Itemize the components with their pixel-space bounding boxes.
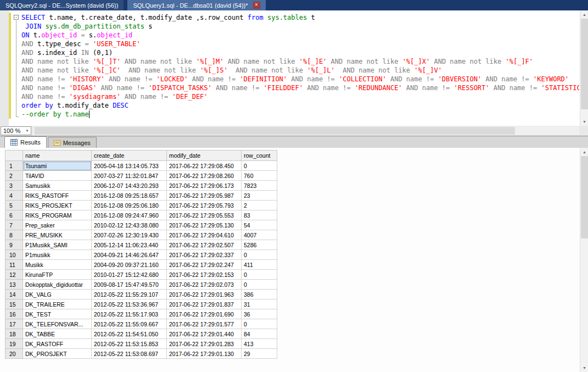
code-line[interactable]: --order by t.name [21, 110, 579, 119]
code-line[interactable]: AND name not like '%[_]C' AND name not l… [21, 66, 579, 75]
row-number-header[interactable] [5, 151, 23, 161]
tab-messages[interactable]: Messages [48, 137, 97, 148]
grid-cell[interactable]: 0 [242, 161, 277, 171]
grid-cell[interactable]: 2012-05-22 11:55:29.107 [92, 290, 167, 299]
grid-cell[interactable]: 36 [242, 309, 277, 319]
tab-sqlquery2[interactable]: SQLQuery2.sql - DE...System (david (56)) [0, 0, 124, 10]
grid-cell[interactable]: 5286 [242, 240, 277, 250]
grid-cell[interactable]: 2005-12-14 11:06:23.440 [92, 240, 167, 250]
code-line[interactable]: AND s.index_id IN (0,1) [21, 48, 579, 57]
grid-cell[interactable]: 760 [242, 171, 277, 181]
row-number[interactable]: 8 [5, 230, 23, 240]
row-number[interactable]: 11 [5, 260, 23, 270]
grid-cell[interactable]: 2017-06-22 17:29:01.963 [167, 290, 242, 299]
row-number[interactable]: 14 [5, 290, 23, 299]
grid-cell[interactable]: 84 [242, 329, 277, 339]
grid-cell[interactable]: 2012-05-22 11:55:17.903 [92, 309, 167, 319]
code-line[interactable]: AND name not like '%[_]T' AND name not l… [21, 57, 579, 66]
scrollbar-thumb[interactable] [581, 19, 588, 109]
grid-cell[interactable]: 23 [242, 191, 277, 201]
code-line[interactable]: AND name != 'DIGAS' AND name != 'DISPATC… [21, 84, 579, 92]
grid-cell[interactable]: P1Musikk_SAMI [23, 240, 92, 250]
row-number[interactable]: 12 [5, 270, 23, 280]
close-icon[interactable]: × [253, 2, 260, 9]
grid-cell[interactable]: 2017-06-22 17:29:01.577 [167, 319, 242, 329]
row-number[interactable]: 13 [5, 280, 23, 290]
grid-cell[interactable]: DK_RASTOFF [23, 339, 92, 349]
grid-cell[interactable]: 2012-05-22 11:55:09.667 [92, 319, 167, 329]
row-number[interactable]: 2 [5, 171, 23, 181]
grid-cell[interactable]: 2017-06-22 17:29:05.987 [167, 191, 242, 201]
tab-results[interactable]: Results [4, 136, 47, 148]
scroll-up-icon[interactable]: ▲ [580, 10, 588, 19]
grid-cell[interactable]: DK_TABBE [23, 329, 92, 339]
grid-cell[interactable]: 386 [242, 290, 277, 299]
grid-cell[interactable]: 0 [242, 280, 277, 290]
column-header[interactable]: name [23, 151, 92, 161]
grid-cell[interactable]: Prep_saker [23, 220, 92, 230]
code-lines[interactable]: SELECT t.name, t.create_date, t.modify_d… [21, 13, 579, 126]
code-line[interactable]: AND t.type_desc = 'USER_TABLE' [21, 40, 579, 48]
grid-cell[interactable]: TilAVID [23, 171, 92, 181]
grid-cell[interactable]: KirunaFTP [23, 270, 92, 280]
grid-cell[interactable]: 2005-04-18 13:14:05.733 [92, 161, 167, 171]
row-number[interactable]: 20 [5, 349, 23, 359]
column-header[interactable]: create_date [92, 151, 167, 161]
grid-cell[interactable]: 2004-09-20 09:37:21.160 [92, 260, 167, 270]
grid-cell[interactable]: 29 [242, 349, 277, 359]
grid-cell[interactable]: 0 [242, 319, 277, 329]
grid-cell[interactable]: DK_VALG [23, 290, 92, 299]
grid-cell[interactable]: Samusikk [23, 181, 92, 191]
row-number[interactable]: 6 [5, 210, 23, 220]
grid-cell[interactable]: 2012-05-22 11:53:36.967 [92, 299, 167, 309]
row-number[interactable]: 18 [5, 329, 23, 339]
scroll-down-icon[interactable]: ▼ [580, 118, 588, 126]
column-header[interactable]: row_count [242, 151, 277, 161]
grid-cell[interactable]: 2007-02-26 12:30:19.430 [92, 230, 167, 240]
tab-sqlquery1[interactable]: SQLQuery1.sql - DE...dbsa01 (david (54))… [127, 0, 265, 10]
grid-cell[interactable]: PRE_MUSIKK [23, 230, 92, 240]
column-header[interactable]: modify_date [167, 151, 242, 161]
grid-cell[interactable]: Musikk [23, 260, 92, 270]
grid-cell[interactable]: 2017-06-22 17:29:01.837 [167, 299, 242, 309]
grid-cell[interactable]: 2017-06-22 17:29:06.173 [167, 181, 242, 191]
results-vertical-scrollbar[interactable]: ▲ ▼ [580, 148, 588, 372]
grid-cell[interactable]: 411 [242, 260, 277, 270]
grid-cell[interactable]: 2012-05-22 11:53:08.697 [92, 349, 167, 359]
grid-cell[interactable]: Tsunami [23, 161, 92, 171]
grid-cell[interactable]: 2017-06-22 17:29:02.337 [167, 250, 242, 260]
code-line[interactable]: SELECT t.name, t.create_date, t.modify_d… [21, 13, 579, 22]
grid-cell[interactable]: 2009-08-17 15:47:49.570 [92, 280, 167, 290]
grid-cell[interactable]: 2017-06-22 17:29:08.450 [167, 161, 242, 171]
grid-cell[interactable]: 31 [242, 299, 277, 309]
grid-cell[interactable]: 2017-06-22 17:29:01.130 [167, 349, 242, 359]
grid-cell[interactable]: 2006-12-07 14:43:20.293 [92, 181, 167, 191]
grid-cell[interactable]: DK_TRAILERE [23, 299, 92, 309]
scroll-up-icon[interactable]: ▲ [580, 148, 588, 156]
sql-editor[interactable]: - SELECT t.name, t.create_date, t.modify… [0, 10, 588, 126]
grid-cell[interactable]: RIKS_RASTOFF [23, 191, 92, 201]
grid-cell[interactable]: 2012-05-22 11:54:51.050 [92, 329, 167, 339]
grid-cell[interactable]: 2016-12-08 09:24:47.960 [92, 210, 167, 220]
code-line[interactable]: JOIN sys.dm_db_partition_stats s [21, 22, 579, 31]
grid-cell[interactable]: 7823 [242, 181, 277, 191]
grid-cell[interactable]: RIKS_PROSJEKT [23, 201, 92, 210]
grid-cell[interactable]: RIKS_PROGRAM [23, 210, 92, 220]
grid-cell[interactable]: 2016-12-08 09:25:18.657 [92, 191, 167, 201]
grid-cell[interactable]: 2010-01-27 15:12:42.680 [92, 270, 167, 280]
grid-cell[interactable]: 2017-06-22 17:29:02.507 [167, 240, 242, 250]
row-number[interactable]: 3 [5, 181, 23, 191]
grid-cell[interactable]: 2016-12-08 09:25:06.180 [92, 201, 167, 210]
grid-cell[interactable]: 2017-06-22 17:29:01.690 [167, 309, 242, 319]
grid-cell[interactable]: P1musikk [23, 250, 92, 260]
grid-cell[interactable]: 2 [242, 201, 277, 210]
grid-cell[interactable]: 2017-06-22 17:29:01.440 [167, 329, 242, 339]
grid-cell[interactable]: 2010-02-12 12:43:38.080 [92, 220, 167, 230]
grid-cell[interactable]: DK_PROSJEKT [23, 349, 92, 359]
row-number[interactable]: 10 [5, 250, 23, 260]
grid-cell[interactable]: 0 [242, 250, 277, 260]
grid-cell[interactable]: 2017-06-22 17:29:05.130 [167, 220, 242, 230]
editor-horizontal-scrollbar[interactable] [33, 126, 579, 135]
grid-cell[interactable]: 2007-03-27 11:32:01.847 [92, 171, 167, 181]
grid-cell[interactable]: 2017-06-22 17:29:04.610 [167, 230, 242, 240]
